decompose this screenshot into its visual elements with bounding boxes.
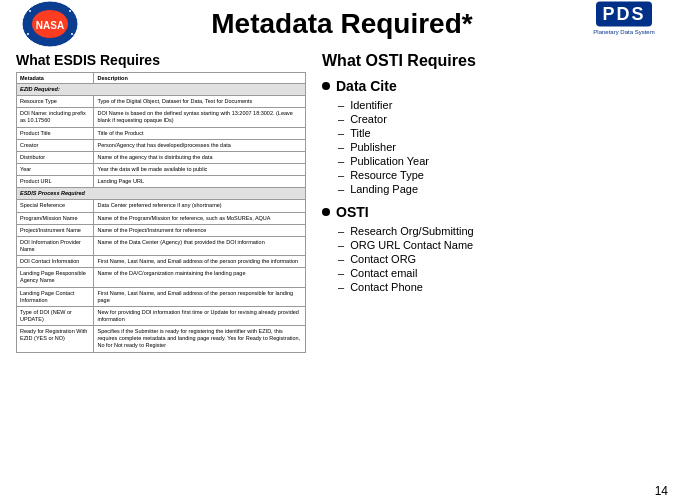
dash-icon: – bbox=[338, 141, 344, 153]
list-item-text: Resource Type bbox=[350, 169, 424, 181]
table-cell-metadata: Creator bbox=[17, 139, 94, 151]
bullet-dot-icon bbox=[322, 82, 330, 90]
table-row: Program/Mission NameName of the Program/… bbox=[17, 212, 306, 224]
list-item: –Contact Phone bbox=[338, 280, 668, 294]
table-cell-metadata: Special Reference bbox=[17, 200, 94, 212]
esdis-title: What ESDIS Requires bbox=[16, 52, 306, 68]
pds-logo: PDS Planetary Data System bbox=[584, 2, 664, 47]
page-number: 14 bbox=[655, 484, 668, 498]
list-item: –Resource Type bbox=[338, 168, 668, 182]
nasa-logo: NASA bbox=[20, 0, 80, 49]
dash-icon: – bbox=[338, 113, 344, 125]
dash-icon: – bbox=[338, 267, 344, 279]
dash-icon: – bbox=[338, 183, 344, 195]
table-row: Project/Instrument NameName of the Proje… bbox=[17, 224, 306, 236]
table-row: Product URLLanding Page URL bbox=[17, 176, 306, 188]
table-row: Product TitleTitle of the Product bbox=[17, 127, 306, 139]
header: NASA Metadata Required* PDS Planetary Da… bbox=[0, 0, 684, 48]
svg-point-5 bbox=[69, 10, 71, 12]
list-item: –Creator bbox=[338, 112, 668, 126]
table-cell-description: Title of the Product bbox=[94, 127, 306, 139]
list-item: –Identifier bbox=[338, 98, 668, 112]
svg-point-6 bbox=[27, 33, 29, 35]
table-row: Landing Page Responsible Agency NameName… bbox=[17, 268, 306, 287]
table-cell-metadata: Distributor bbox=[17, 151, 94, 163]
left-panel: What ESDIS Requires Metadata Description… bbox=[16, 52, 306, 353]
list-item-text: Publication Year bbox=[350, 155, 429, 167]
col-description: Description bbox=[94, 73, 306, 84]
table-cell-description: DOI Name is based on the defined syntax … bbox=[94, 108, 306, 127]
list-item: –Publication Year bbox=[338, 154, 668, 168]
table-cell-description: Year the data will be made available to … bbox=[94, 163, 306, 175]
sub-list: –Research Org/Submitting–ORG URL Contact… bbox=[322, 224, 668, 294]
list-item: –Title bbox=[338, 126, 668, 140]
dash-icon: – bbox=[338, 155, 344, 167]
table-cell-metadata: Program/Mission Name bbox=[17, 212, 94, 224]
table-row: ESDIS Process Required bbox=[17, 188, 306, 200]
table-cell-metadata: DOI Name: including prefix as 10.17560 bbox=[17, 108, 94, 127]
bullet-heading-text: Data Cite bbox=[336, 78, 397, 94]
table-cell-metadata: Ready for Registration With EZID (YES or… bbox=[17, 326, 94, 352]
metadata-table: Metadata Description EZID Required:Resou… bbox=[16, 72, 306, 353]
table-cell-metadata: Product URL bbox=[17, 176, 94, 188]
table-cell-description: First Name, Last Name, and Email address… bbox=[94, 256, 306, 268]
pds-badge: PDS bbox=[596, 2, 651, 27]
list-item-text: Landing Page bbox=[350, 183, 418, 195]
table-cell-metadata: DOI Information Provider Name bbox=[17, 236, 94, 255]
bullet-dot-icon bbox=[322, 208, 330, 216]
table-cell-metadata: DOI Contact Information bbox=[17, 256, 94, 268]
table-cell-metadata: Type of DOI (NEW or UPDATE) bbox=[17, 306, 94, 325]
table-row: Landing Page Contact InformationFirst Na… bbox=[17, 287, 306, 306]
list-item: –Landing Page bbox=[338, 182, 668, 196]
table-row: DOI Contact InformationFirst Name, Last … bbox=[17, 256, 306, 268]
dash-icon: – bbox=[338, 225, 344, 237]
svg-point-4 bbox=[29, 10, 31, 12]
table-section-header: ESDIS Process Required bbox=[17, 188, 306, 200]
table-cell-description: Name of the agency that is distributing … bbox=[94, 151, 306, 163]
table-row: DOI Information Provider NameName of the… bbox=[17, 236, 306, 255]
table-cell-description: First Name, Last Name, and Email address… bbox=[94, 287, 306, 306]
table-row: Resource TypeType of the Digital Object,… bbox=[17, 96, 306, 108]
list-item: –Research Org/Submitting bbox=[338, 224, 668, 238]
table-cell-description: Data Center preferred reference if any (… bbox=[94, 200, 306, 212]
list-item-text: Contact Phone bbox=[350, 281, 423, 293]
table-cell-metadata: Year bbox=[17, 163, 94, 175]
table-row: Type of DOI (NEW or UPDATE)New for provi… bbox=[17, 306, 306, 325]
table-row: CreatorPerson/Agency that has developed/… bbox=[17, 139, 306, 151]
table-cell-metadata: Landing Page Responsible Agency Name bbox=[17, 268, 94, 287]
dash-icon: – bbox=[338, 253, 344, 265]
table-cell-description: Specifies if the Submitter is ready for … bbox=[94, 326, 306, 352]
list-item-text: Title bbox=[350, 127, 370, 139]
bullet-section: OSTI–Research Org/Submitting–ORG URL Con… bbox=[322, 204, 668, 294]
main-content: What ESDIS Requires Metadata Description… bbox=[0, 48, 684, 357]
right-panel: What OSTI Requires Data Cite–Identifier–… bbox=[322, 52, 668, 353]
list-item-text: Contact ORG bbox=[350, 253, 416, 265]
osti-title: What OSTI Requires bbox=[322, 52, 668, 70]
table-cell-metadata: Landing Page Contact Information bbox=[17, 287, 94, 306]
sub-list: –Identifier–Creator–Title–Publisher–Publ… bbox=[322, 98, 668, 196]
table-section-header: EZID Required: bbox=[17, 84, 306, 96]
table-cell-description: Name of the DA/C/organization maintainin… bbox=[94, 268, 306, 287]
dash-icon: – bbox=[338, 239, 344, 251]
table-row: EZID Required: bbox=[17, 84, 306, 96]
table-cell-metadata: Resource Type bbox=[17, 96, 94, 108]
table-cell-description: Type of the Digital Object, Dataset for … bbox=[94, 96, 306, 108]
list-item-text: Contact email bbox=[350, 267, 417, 279]
list-item-text: Publisher bbox=[350, 141, 396, 153]
table-cell-description: Landing Page URL bbox=[94, 176, 306, 188]
table-cell-description: Person/Agency that has developed/process… bbox=[94, 139, 306, 151]
list-item: –Contact ORG bbox=[338, 252, 668, 266]
table-cell-metadata: Product Title bbox=[17, 127, 94, 139]
table-cell-metadata: Project/Instrument Name bbox=[17, 224, 94, 236]
dash-icon: – bbox=[338, 169, 344, 181]
table-cell-description: Name of the Data Center (Agency) that pr… bbox=[94, 236, 306, 255]
dash-icon: – bbox=[338, 99, 344, 111]
list-item-text: Creator bbox=[350, 113, 387, 125]
page-title: Metadata Required* bbox=[211, 8, 472, 40]
list-item-text: ORG URL Contact Name bbox=[350, 239, 473, 251]
list-item-text: Research Org/Submitting bbox=[350, 225, 474, 237]
svg-point-7 bbox=[71, 33, 73, 35]
col-metadata: Metadata bbox=[17, 73, 94, 84]
table-row: Special ReferenceData Center preferred r… bbox=[17, 200, 306, 212]
table-row: DOI Name: including prefix as 10.17560DO… bbox=[17, 108, 306, 127]
